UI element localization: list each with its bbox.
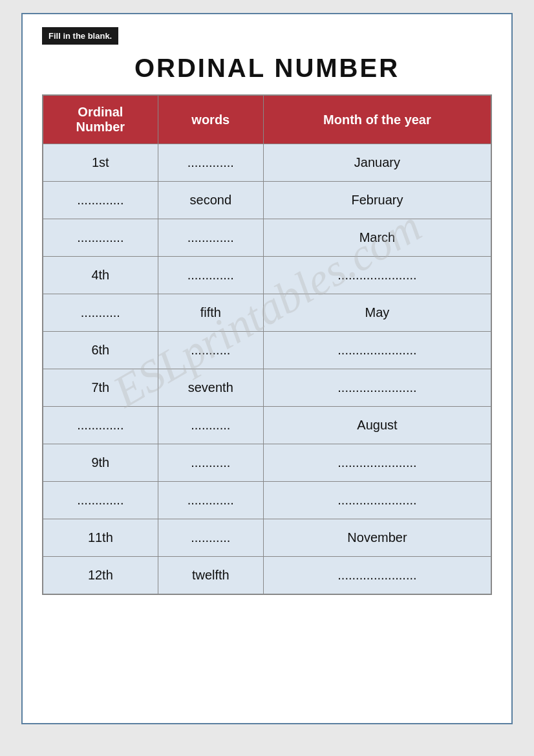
cell-word: ............. xyxy=(158,144,263,182)
cell-ordinal: 1st xyxy=(43,144,158,182)
header-ordinal-number: OrdinalNumber xyxy=(43,95,158,144)
cell-word: ............. xyxy=(158,482,263,519)
cell-ordinal: ............. xyxy=(43,219,158,257)
cell-month: February xyxy=(263,182,491,219)
table-row: ...........fifthMay xyxy=(43,294,491,332)
table-row: ........................................… xyxy=(43,482,491,519)
cell-word: ........... xyxy=(158,332,263,369)
table-row: 9th................................. xyxy=(43,444,491,482)
table-row: 6th................................. xyxy=(43,332,491,369)
table-row: .............secondFebruary xyxy=(43,182,491,219)
cell-ordinal: 6th xyxy=(43,332,158,369)
cell-word: ........... xyxy=(158,444,263,482)
worksheet-page: Fill in the blank. ORDINAL NUMBER ESLpri… xyxy=(21,13,513,724)
cell-ordinal: 12th xyxy=(43,557,158,594)
cell-ordinal: 4th xyxy=(43,257,158,294)
table-header-row: OrdinalNumber words Month of the year xyxy=(43,95,491,144)
cell-month: ...................... xyxy=(263,557,491,594)
cell-word: fifth xyxy=(158,294,263,332)
cell-ordinal: 9th xyxy=(43,444,158,482)
cell-month: May xyxy=(263,294,491,332)
table-row: 12thtwelfth...................... xyxy=(43,557,491,594)
cell-month: ...................... xyxy=(263,482,491,519)
instruction-label: Fill in the blank. xyxy=(42,27,118,45)
cell-ordinal: ........... xyxy=(43,294,158,332)
cell-month: ...................... xyxy=(263,444,491,482)
cell-ordinal: ............. xyxy=(43,482,158,519)
ordinal-number-table: OrdinalNumber words Month of the year 1s… xyxy=(42,94,492,595)
cell-word: ........... xyxy=(158,407,263,444)
cell-month: ...................... xyxy=(263,369,491,407)
table-row: 4th................................... xyxy=(43,257,491,294)
cell-word: twelfth xyxy=(158,557,263,594)
table-row: 7thseventh...................... xyxy=(43,369,491,407)
table-row: ........................August xyxy=(43,407,491,444)
cell-month: January xyxy=(263,144,491,182)
cell-word: ............. xyxy=(158,219,263,257)
cell-word: ............. xyxy=(158,257,263,294)
page-title: ORDINAL NUMBER xyxy=(42,54,492,83)
cell-word: seventh xyxy=(158,369,263,407)
cell-month: ...................... xyxy=(263,257,491,294)
cell-ordinal: ............. xyxy=(43,182,158,219)
cell-month: August xyxy=(263,407,491,444)
cell-ordinal: ............. xyxy=(43,407,158,444)
table-row: 11th...........November xyxy=(43,519,491,557)
cell-month: March xyxy=(263,219,491,257)
header-month: Month of the year xyxy=(263,95,491,144)
cell-word: second xyxy=(158,182,263,219)
cell-month: ...................... xyxy=(263,332,491,369)
table-row: ..........................March xyxy=(43,219,491,257)
header-words: words xyxy=(158,95,263,144)
table-row: 1st.............January xyxy=(43,144,491,182)
cell-month: November xyxy=(263,519,491,557)
cell-ordinal: 7th xyxy=(43,369,158,407)
cell-word: ........... xyxy=(158,519,263,557)
cell-ordinal: 11th xyxy=(43,519,158,557)
